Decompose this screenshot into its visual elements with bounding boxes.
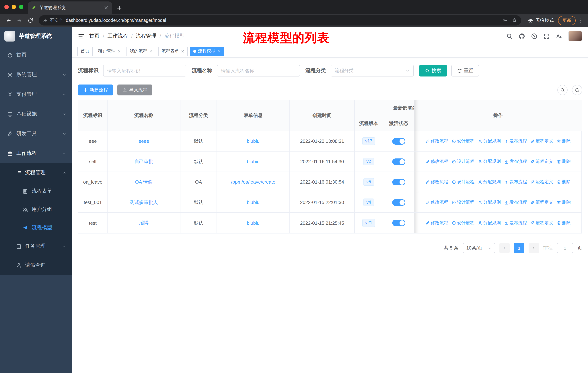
action-assign-link[interactable]: 分配规则 [478,179,501,185]
collapse-sidebar-icon[interactable] [78,33,84,39]
action-edit-link[interactable]: 修改流程 [425,199,448,205]
font-size-icon[interactable] [556,33,562,39]
action-publish-link[interactable]: 发布流程 [504,199,527,205]
zoom-window-button[interactable] [19,5,23,9]
active-status-toggle[interactable] [392,138,405,144]
tag-item[interactable]: 我的流程 [126,46,156,56]
import-process-button[interactable]: 导入流程 [117,84,152,95]
action-design-link[interactable]: 设计流程 [452,138,474,144]
action-design-link[interactable]: 设计流程 [452,199,474,205]
sidebar-item[interactable]: 系统管理 [0,65,72,84]
refresh-table-button[interactable] [572,85,582,95]
cell-form-link[interactable]: biubiu [247,200,259,205]
active-status-toggle[interactable] [392,199,405,206]
action-publish-link[interactable]: 发布流程 [504,138,527,144]
action-trash-link[interactable]: 删除 [556,220,571,226]
action-trash-link[interactable]: 删除 [556,159,571,165]
active-status-toggle[interactable] [392,220,405,226]
sidebar-item[interactable]: 用户分组 [0,200,72,219]
page-size-select[interactable]: 10条/页 [463,243,495,253]
goto-page-input[interactable] [557,243,573,253]
action-trash-link[interactable]: 删除 [556,138,571,144]
browser-menu-icon[interactable] [577,18,584,23]
new-tab-button[interactable] [117,5,122,11]
logo-row[interactable]: 芋道管理系统 [0,27,72,45]
cell-name-link[interactable]: eeee [138,138,149,144]
help-icon[interactable] [531,33,537,39]
action-trash-link[interactable]: 删除 [556,179,571,185]
cell-form-link[interactable]: biubiu [247,159,259,164]
cell-form-link[interactable]: biubiu [247,138,259,144]
active-status-toggle[interactable] [392,158,405,165]
github-icon[interactable] [519,33,525,39]
sidebar-item[interactable]: 流程模型 [0,219,72,237]
reload-button[interactable] [26,16,35,25]
action-definition-link[interactable]: 流程定义 [530,179,553,185]
tag-item[interactable]: 首页 [77,46,93,56]
fullscreen-icon[interactable] [544,33,550,39]
action-definition-link[interactable]: 流程定义 [530,199,553,205]
next-page-button[interactable] [529,243,539,253]
browser-tab[interactable]: 芋道管理系统 [28,1,112,14]
action-edit-link[interactable]: 修改流程 [425,220,448,226]
breadcrumb-item[interactable]: 首页 [89,33,100,39]
action-definition-link[interactable]: 流程定义 [530,138,553,144]
current-page-button[interactable]: 1 [514,243,524,253]
action-design-link[interactable]: 设计流程 [452,179,474,185]
action-trash-link[interactable]: 删除 [556,199,571,205]
action-design-link[interactable]: 设计流程 [452,220,474,226]
back-button[interactable] [4,16,13,25]
sidebar-item[interactable]: 首页 [0,45,72,65]
bookmark-star-icon[interactable] [512,18,517,23]
search-icon[interactable] [506,33,513,39]
sidebar-item[interactable]: 任务管理 [0,237,72,256]
prev-page-button[interactable] [499,243,510,253]
action-definition-link[interactable]: 流程定义 [530,159,553,165]
cell-name-link[interactable]: 测试多审批人 [130,199,158,206]
process-name-input[interactable] [217,65,300,77]
action-assign-link[interactable]: 分配规则 [478,159,501,165]
user-avatar[interactable] [568,31,582,41]
cell-form-link[interactable]: biubiu [247,220,259,226]
reset-button[interactable]: 重置 [451,65,479,77]
update-chrome-button[interactable]: 更新 [558,16,576,25]
breadcrumb-item[interactable]: 工作流程 [107,33,128,39]
action-edit-link[interactable]: 修改流程 [425,179,448,185]
tag-item-active[interactable]: 流程模型 [190,46,224,56]
forward-button[interactable] [15,16,24,25]
minimize-window-button[interactable] [12,5,16,9]
action-edit-link[interactable]: 修改流程 [425,159,448,165]
security-chip[interactable]: 不安全 [43,17,63,23]
action-edit-link[interactable]: 修改流程 [425,138,448,144]
action-publish-link[interactable]: 发布流程 [504,220,527,226]
cell-name-link[interactable]: 自己审批 [134,158,153,165]
close-icon[interactable] [181,49,184,53]
sidebar-item[interactable]: 流程管理 [0,163,72,182]
action-publish-link[interactable]: 发布流程 [504,179,527,185]
process-id-input[interactable] [103,65,186,77]
action-definition-link[interactable]: 流程定义 [530,220,553,226]
cell-name-link[interactable]: OA 请假 [135,179,152,185]
action-publish-link[interactable]: 发布流程 [504,159,527,165]
tag-item[interactable]: 流程表单 [158,46,188,56]
sidebar-item[interactable]: 工作流程 [0,143,72,163]
password-key-icon[interactable] [502,18,507,23]
action-assign-link[interactable]: 分配规则 [478,138,501,144]
close-window-button[interactable] [4,5,9,9]
sidebar-item[interactable]: 请假查询 [0,256,72,275]
action-assign-link[interactable]: 分配规则 [478,220,501,226]
sidebar-item[interactable]: 流程表单 [0,182,72,200]
action-design-link[interactable]: 设计流程 [452,159,474,165]
active-status-toggle[interactable] [392,179,405,185]
close-icon[interactable] [217,49,221,53]
toggle-search-button[interactable] [557,85,567,95]
close-icon[interactable] [117,49,121,53]
sidebar-item[interactable]: 研发工具 [0,124,72,143]
breadcrumb-item[interactable]: 流程管理 [136,33,156,39]
tag-item[interactable]: 租户管理 [95,46,124,56]
sidebar-item[interactable]: 支付管理 [0,84,72,104]
action-assign-link[interactable]: 分配规则 [478,199,501,205]
close-icon[interactable] [149,49,153,53]
cell-name-link[interactable]: 滔博 [139,220,148,226]
sidebar-item[interactable]: 基础设施 [0,104,72,124]
